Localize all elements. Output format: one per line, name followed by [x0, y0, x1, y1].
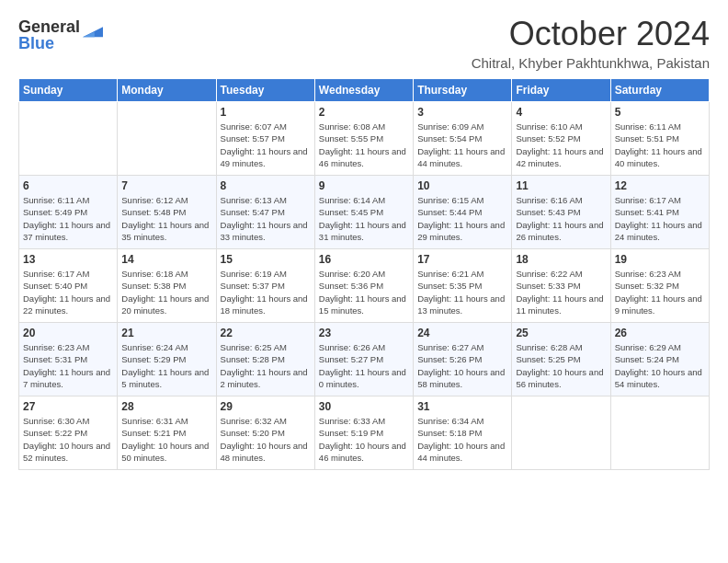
calendar-cell: 5Sunrise: 6:11 AMSunset: 5:51 PMDaylight…	[610, 102, 709, 176]
calendar-cell: 19Sunrise: 6:23 AMSunset: 5:32 PMDayligh…	[610, 249, 709, 323]
calendar-cell: 26Sunrise: 6:29 AMSunset: 5:24 PMDayligh…	[610, 323, 709, 396]
calendar-cell: 31Sunrise: 6:34 AMSunset: 5:18 PMDayligh…	[414, 396, 512, 470]
calendar-cell: 6Sunrise: 6:11 AMSunset: 5:49 PMDaylight…	[19, 176, 118, 249]
calendar-cell: 29Sunrise: 6:32 AMSunset: 5:20 PMDayligh…	[216, 396, 314, 470]
month-title: October 2024	[472, 15, 710, 53]
day-number: 1	[221, 106, 311, 119]
calendar-cell: 12Sunrise: 6:17 AMSunset: 5:41 PMDayligh…	[610, 176, 709, 249]
day-info: Sunrise: 6:19 AMSunset: 5:37 PMDaylight:…	[221, 268, 311, 316]
calendar-cell	[610, 396, 709, 470]
day-number: 21	[121, 327, 211, 339]
calendar-cell: 13Sunrise: 6:17 AMSunset: 5:40 PMDayligh…	[19, 249, 118, 323]
calendar-cell: 27Sunrise: 6:30 AMSunset: 5:22 PMDayligh…	[19, 396, 118, 470]
calendar-cell: 11Sunrise: 6:16 AMSunset: 5:43 PMDayligh…	[512, 176, 610, 249]
day-info: Sunrise: 6:15 AMSunset: 5:44 PMDaylight:…	[417, 194, 507, 243]
day-info: Sunrise: 6:16 AMSunset: 5:43 PMDaylight:…	[516, 194, 606, 243]
day-info: Sunrise: 6:18 AMSunset: 5:38 PMDaylight:…	[121, 268, 211, 316]
day-info: Sunrise: 6:25 AMSunset: 5:28 PMDaylight:…	[221, 341, 311, 390]
calendar-cell	[118, 102, 216, 176]
header: General Blue October 2024 Chitral, Khybe…	[18, 15, 710, 71]
day-info: Sunrise: 6:33 AMSunset: 5:19 PMDaylight:…	[319, 415, 409, 464]
logo: General Blue	[18, 18, 103, 52]
calendar-cell: 9Sunrise: 6:14 AMSunset: 5:45 PMDaylight…	[314, 176, 413, 249]
calendar-cell: 28Sunrise: 6:31 AMSunset: 5:21 PMDayligh…	[118, 396, 216, 470]
calendar-cell: 7Sunrise: 6:12 AMSunset: 5:48 PMDaylight…	[118, 176, 216, 249]
calendar-cell: 14Sunrise: 6:18 AMSunset: 5:38 PMDayligh…	[118, 249, 216, 323]
day-number: 29	[221, 400, 311, 413]
day-number: 26	[615, 327, 705, 339]
calendar-table: SundayMondayTuesdayWednesdayThursdayFrid…	[18, 78, 710, 470]
calendar-cell: 22Sunrise: 6:25 AMSunset: 5:28 PMDayligh…	[216, 323, 314, 396]
day-of-week-header: Friday	[512, 79, 610, 102]
calendar-cell: 3Sunrise: 6:09 AMSunset: 5:54 PMDaylight…	[414, 102, 512, 176]
day-number: 31	[417, 400, 507, 413]
day-number: 3	[417, 106, 507, 119]
calendar-cell: 1Sunrise: 6:07 AMSunset: 5:57 PMDaylight…	[216, 102, 314, 176]
calendar-cell: 8Sunrise: 6:13 AMSunset: 5:47 PMDaylight…	[216, 176, 314, 249]
day-info: Sunrise: 6:11 AMSunset: 5:49 PMDaylight:…	[23, 194, 113, 243]
day-of-week-header: Saturday	[610, 79, 709, 102]
day-info: Sunrise: 6:17 AMSunset: 5:41 PMDaylight:…	[615, 194, 705, 243]
day-number: 30	[319, 400, 409, 413]
day-info: Sunrise: 6:08 AMSunset: 5:55 PMDaylight:…	[319, 121, 409, 169]
day-number: 14	[121, 253, 211, 266]
day-of-week-header: Tuesday	[216, 79, 314, 102]
day-number: 7	[121, 179, 211, 192]
day-number: 28	[121, 400, 211, 413]
day-info: Sunrise: 6:26 AMSunset: 5:27 PMDaylight:…	[319, 341, 409, 390]
calendar-cell: 25Sunrise: 6:28 AMSunset: 5:25 PMDayligh…	[512, 323, 610, 396]
calendar-cell: 20Sunrise: 6:23 AMSunset: 5:31 PMDayligh…	[19, 323, 118, 396]
day-of-week-header: Thursday	[414, 79, 512, 102]
day-number: 13	[23, 253, 113, 266]
day-number: 27	[23, 400, 113, 413]
calendar-cell: 16Sunrise: 6:20 AMSunset: 5:36 PMDayligh…	[314, 249, 413, 323]
day-number: 20	[23, 327, 113, 339]
day-info: Sunrise: 6:23 AMSunset: 5:31 PMDaylight:…	[23, 341, 113, 390]
calendar-week-row: 13Sunrise: 6:17 AMSunset: 5:40 PMDayligh…	[19, 249, 710, 323]
day-info: Sunrise: 6:28 AMSunset: 5:25 PMDaylight:…	[516, 341, 606, 390]
day-number: 24	[417, 327, 507, 339]
day-number: 2	[319, 106, 409, 119]
logo-blue: Blue	[18, 35, 80, 52]
day-info: Sunrise: 6:23 AMSunset: 5:32 PMDaylight:…	[615, 268, 705, 316]
day-of-week-header: Wednesday	[314, 79, 413, 102]
calendar-header-row: SundayMondayTuesdayWednesdayThursdayFrid…	[19, 79, 710, 102]
day-number: 10	[417, 179, 507, 192]
calendar-cell: 21Sunrise: 6:24 AMSunset: 5:29 PMDayligh…	[118, 323, 216, 396]
calendar-week-row: 27Sunrise: 6:30 AMSunset: 5:22 PMDayligh…	[19, 396, 710, 470]
day-number: 25	[516, 327, 606, 339]
day-number: 17	[417, 253, 507, 266]
day-info: Sunrise: 6:13 AMSunset: 5:47 PMDaylight:…	[221, 194, 311, 243]
day-number: 8	[221, 179, 311, 192]
calendar-cell: 24Sunrise: 6:27 AMSunset: 5:26 PMDayligh…	[414, 323, 512, 396]
day-number: 4	[516, 106, 606, 119]
logo-text: General Blue	[18, 18, 80, 52]
day-info: Sunrise: 6:10 AMSunset: 5:52 PMDaylight:…	[516, 121, 606, 169]
day-info: Sunrise: 6:24 AMSunset: 5:29 PMDaylight:…	[121, 341, 211, 390]
day-info: Sunrise: 6:21 AMSunset: 5:35 PMDaylight:…	[417, 268, 507, 316]
calendar-cell	[19, 102, 118, 176]
day-number: 16	[319, 253, 409, 266]
calendar-cell: 18Sunrise: 6:22 AMSunset: 5:33 PMDayligh…	[512, 249, 610, 323]
calendar-week-row: 20Sunrise: 6:23 AMSunset: 5:31 PMDayligh…	[19, 323, 710, 396]
day-info: Sunrise: 6:12 AMSunset: 5:48 PMDaylight:…	[121, 194, 211, 243]
day-info: Sunrise: 6:22 AMSunset: 5:33 PMDaylight:…	[516, 268, 606, 316]
day-number: 9	[319, 179, 409, 192]
day-info: Sunrise: 6:17 AMSunset: 5:40 PMDaylight:…	[23, 268, 113, 316]
day-of-week-header: Monday	[118, 79, 216, 102]
calendar-cell: 10Sunrise: 6:15 AMSunset: 5:44 PMDayligh…	[414, 176, 512, 249]
calendar-cell	[512, 396, 610, 470]
day-info: Sunrise: 6:27 AMSunset: 5:26 PMDaylight:…	[417, 341, 507, 390]
day-info: Sunrise: 6:07 AMSunset: 5:57 PMDaylight:…	[221, 121, 311, 169]
calendar-cell: 4Sunrise: 6:10 AMSunset: 5:52 PMDaylight…	[512, 102, 610, 176]
day-number: 22	[221, 327, 311, 339]
calendar-page: General Blue October 2024 Chitral, Khybe…	[0, 0, 728, 479]
day-info: Sunrise: 6:11 AMSunset: 5:51 PMDaylight:…	[615, 121, 705, 169]
calendar-week-row: 6Sunrise: 6:11 AMSunset: 5:49 PMDaylight…	[19, 176, 710, 249]
day-number: 5	[615, 106, 705, 119]
calendar-cell: 23Sunrise: 6:26 AMSunset: 5:27 PMDayligh…	[314, 323, 413, 396]
day-info: Sunrise: 6:32 AMSunset: 5:20 PMDaylight:…	[221, 415, 311, 464]
day-info: Sunrise: 6:30 AMSunset: 5:22 PMDaylight:…	[23, 415, 113, 464]
day-number: 23	[319, 327, 409, 339]
title-block: October 2024 Chitral, Khyber Pakhtunkhwa…	[472, 15, 710, 71]
